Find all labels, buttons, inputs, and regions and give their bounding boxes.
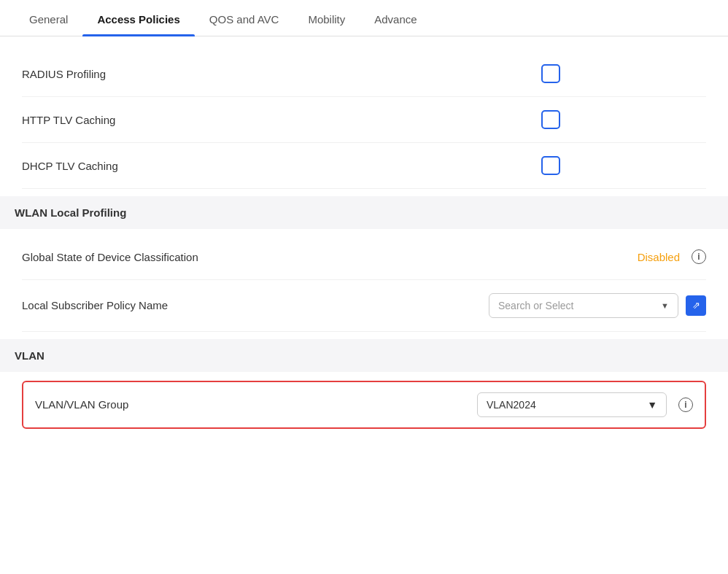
vlan-group-arrow-icon: ▼: [647, 399, 657, 411]
radius-profiling-label: RADIUS Profiling: [22, 68, 106, 80]
tab-mobility[interactable]: Mobility: [293, 3, 360, 36]
vlan-group-controls: VLAN2024 ▼ i: [477, 392, 693, 417]
tab-advance[interactable]: Advance: [360, 3, 431, 36]
local-subscriber-row: Local Subscriber Policy Name Search or S…: [22, 280, 706, 332]
global-state-info-icon[interactable]: i: [692, 249, 706, 264]
http-tlv-caching-label: HTTP TLV Caching: [22, 114, 115, 126]
radius-profiling-row: RADIUS Profiling: [22, 51, 706, 97]
global-state-value-group: Disabled i: [638, 249, 706, 264]
local-subscriber-label: Local Subscriber Policy Name: [22, 299, 168, 311]
radius-profiling-checkbox[interactable]: [541, 64, 560, 83]
vlan-group-info-icon[interactable]: i: [678, 397, 693, 412]
tab-qos-avc[interactable]: QOS and AVC: [195, 3, 294, 36]
local-subscriber-placeholder: Search or Select: [498, 300, 574, 311]
local-subscriber-controls: Search or Select ▼ ⇗: [489, 293, 706, 318]
local-subscriber-arrow-icon: ▼: [661, 301, 669, 310]
vlan-group-row: VLAN/VLAN Group VLAN2024 ▼ i: [22, 381, 706, 429]
local-subscriber-external-link-icon[interactable]: ⇗: [686, 295, 706, 316]
http-tlv-caching-checkbox[interactable]: [541, 110, 560, 129]
vlan-group-label: VLAN/VLAN Group: [35, 398, 128, 411]
vlan-group-select[interactable]: VLAN2024 ▼: [477, 392, 667, 417]
dhcp-tlv-caching-label: DHCP TLV Caching: [22, 160, 118, 172]
vlan-section-header: VLAN: [0, 339, 728, 372]
dhcp-tlv-caching-checkbox[interactable]: [541, 156, 560, 175]
main-content: RADIUS Profiling HTTP TLV Caching DHCP T…: [0, 36, 728, 443]
global-state-label: Global State of Device Classification: [22, 249, 198, 266]
tab-access-policies[interactable]: Access Policies: [82, 3, 194, 36]
tab-general[interactable]: General: [15, 3, 82, 36]
dhcp-tlv-caching-row: DHCP TLV Caching: [22, 143, 706, 189]
vlan-group-value: VLAN2024: [487, 399, 536, 411]
tab-bar: General Access Policies QOS and AVC Mobi…: [0, 0, 728, 36]
http-tlv-caching-row: HTTP TLV Caching: [22, 97, 706, 143]
local-subscriber-select[interactable]: Search or Select ▼: [489, 293, 678, 318]
wlan-section-header: WLAN Local Profiling: [0, 196, 728, 229]
global-state-row: Global State of Device Classification Di…: [22, 236, 706, 280]
global-state-value: Disabled: [638, 251, 680, 263]
